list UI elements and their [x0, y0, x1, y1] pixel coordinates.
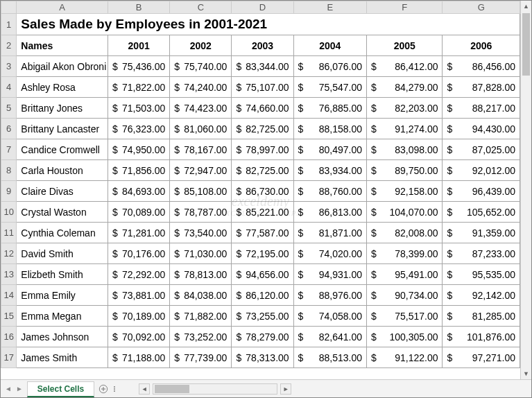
value-cell[interactable]: $71,188.00 — [108, 347, 170, 368]
row-header[interactable]: 6 — [1, 119, 17, 139]
row-header[interactable]: 1 — [1, 14, 17, 35]
value-cell[interactable]: $84,693.00 — [108, 181, 170, 202]
value-cell[interactable]: $70,189.00 — [108, 306, 170, 327]
value-cell[interactable]: $71,856.00 — [108, 160, 170, 181]
value-cell[interactable]: $88,158.00 — [293, 119, 366, 139]
value-cell[interactable]: $100,305.00 — [367, 327, 443, 347]
hscroll-left-button[interactable]: ◄ — [139, 383, 150, 395]
value-cell[interactable]: $75,436.00 — [108, 56, 170, 77]
value-cell[interactable]: $91,122.00 — [367, 347, 443, 368]
column-header-B[interactable]: B — [108, 1, 170, 14]
value-cell[interactable]: $91,274.00 — [367, 119, 443, 139]
header-year[interactable]: 2004 — [293, 35, 366, 56]
value-cell[interactable]: $85,108.00 — [170, 181, 232, 202]
value-cell[interactable]: $70,092.00 — [108, 327, 170, 347]
value-cell[interactable]: $78,279.00 — [232, 327, 293, 347]
value-cell[interactable]: $78,167.00 — [170, 139, 232, 160]
header-year[interactable]: 2002 — [170, 35, 232, 56]
value-cell[interactable]: $92,158.00 — [367, 181, 443, 202]
value-cell[interactable]: $86,730.00 — [232, 181, 293, 202]
value-cell[interactable]: $77,587.00 — [232, 223, 293, 243]
value-cell[interactable]: $72,292.00 — [108, 264, 170, 285]
value-cell[interactable]: $78,313.00 — [232, 347, 293, 368]
value-cell[interactable]: $74,020.00 — [293, 243, 366, 264]
name-cell[interactable]: Claire Divas — [17, 181, 108, 202]
name-cell[interactable]: Brittany Jones — [17, 98, 108, 119]
scroll-track[interactable] — [521, 12, 531, 368]
header-year[interactable]: 2006 — [443, 35, 520, 56]
name-cell[interactable]: Carla Houston — [17, 160, 108, 181]
row-header[interactable]: 11 — [1, 223, 17, 243]
value-cell[interactable]: $74,950.00 — [108, 139, 170, 160]
value-cell[interactable]: $74,058.00 — [293, 306, 366, 327]
value-cell[interactable]: $94,656.00 — [232, 264, 293, 285]
value-cell[interactable]: $90,734.00 — [367, 285, 443, 306]
value-cell[interactable]: $92,142.00 — [443, 285, 520, 306]
row-header[interactable]: 3 — [1, 56, 17, 77]
value-cell[interactable]: $84,038.00 — [170, 285, 232, 306]
value-cell[interactable]: $83,098.00 — [367, 139, 443, 160]
value-cell[interactable]: $72,947.00 — [170, 160, 232, 181]
name-cell[interactable]: Elizbeth Smith — [17, 264, 108, 285]
name-cell[interactable]: Abigail Akon Obroni — [17, 56, 108, 77]
name-cell[interactable]: David Smith — [17, 243, 108, 264]
value-cell[interactable]: $73,540.00 — [170, 223, 232, 243]
column-header-D[interactable]: D — [232, 1, 293, 14]
row-header[interactable]: 4 — [1, 77, 17, 98]
value-cell[interactable]: $80,497.00 — [293, 139, 366, 160]
value-cell[interactable]: $77,739.00 — [170, 347, 232, 368]
horizontal-scrollbar[interactable]: ◄ ► — [118, 380, 531, 397]
header-year[interactable]: 2003 — [232, 35, 293, 56]
value-cell[interactable]: $78,813.00 — [170, 264, 232, 285]
value-cell[interactable]: $101,876.00 — [443, 327, 520, 347]
value-cell[interactable]: $88,217.00 — [443, 98, 520, 119]
row-header[interactable]: 17 — [1, 347, 17, 368]
value-cell[interactable]: $78,997.00 — [232, 139, 293, 160]
value-cell[interactable]: $104,070.00 — [367, 202, 443, 223]
value-cell[interactable]: $73,252.00 — [170, 327, 232, 347]
value-cell[interactable]: $95,535.00 — [443, 264, 520, 285]
row-header[interactable]: 8 — [1, 160, 17, 181]
value-cell[interactable]: $81,871.00 — [293, 223, 366, 243]
value-cell[interactable]: $87,828.00 — [443, 77, 520, 98]
value-cell[interactable]: $73,881.00 — [108, 285, 170, 306]
column-header-C[interactable]: C — [170, 1, 232, 14]
name-cell[interactable]: Emma Emily — [17, 285, 108, 306]
scroll-up-button[interactable]: ▲ — [521, 1, 531, 12]
value-cell[interactable]: $71,503.00 — [108, 98, 170, 119]
value-cell[interactable]: $94,931.00 — [293, 264, 366, 285]
value-cell[interactable]: $71,822.00 — [108, 77, 170, 98]
row-header[interactable]: 10 — [1, 202, 17, 223]
value-cell[interactable]: $95,491.00 — [367, 264, 443, 285]
value-cell[interactable]: $71,281.00 — [108, 223, 170, 243]
value-cell[interactable]: $75,547.00 — [293, 77, 366, 98]
value-cell[interactable]: $89,750.00 — [367, 160, 443, 181]
value-cell[interactable]: $87,233.00 — [443, 243, 520, 264]
scroll-thumb[interactable] — [522, 13, 530, 76]
header-year[interactable]: 2001 — [108, 35, 170, 56]
value-cell[interactable]: $86,813.00 — [293, 202, 366, 223]
row-header[interactable]: 15 — [1, 306, 17, 327]
value-cell[interactable]: $81,060.00 — [170, 119, 232, 139]
value-cell[interactable]: $73,255.00 — [232, 306, 293, 327]
value-cell[interactable]: $78,787.00 — [170, 202, 232, 223]
tab-nav-prev-icon[interactable]: ◄ — [5, 385, 12, 392]
value-cell[interactable]: $105,652.00 — [443, 202, 520, 223]
value-cell[interactable]: $75,107.00 — [232, 77, 293, 98]
value-cell[interactable]: $83,344.00 — [232, 56, 293, 77]
row-header[interactable]: 13 — [1, 264, 17, 285]
column-header-G[interactable]: G — [443, 1, 520, 14]
value-cell[interactable]: $91,359.00 — [443, 223, 520, 243]
value-cell[interactable]: $86,120.00 — [232, 285, 293, 306]
value-cell[interactable]: $78,399.00 — [367, 243, 443, 264]
value-cell[interactable]: $86,456.00 — [443, 56, 520, 77]
value-cell[interactable]: $74,240.00 — [170, 77, 232, 98]
row-header[interactable]: 7 — [1, 139, 17, 160]
value-cell[interactable]: $86,076.00 — [293, 56, 366, 77]
value-cell[interactable]: $88,976.00 — [293, 285, 366, 306]
value-cell[interactable]: $71,030.00 — [170, 243, 232, 264]
header-names[interactable]: Names — [17, 35, 108, 56]
value-cell[interactable]: $88,513.00 — [293, 347, 366, 368]
value-cell[interactable]: $82,725.00 — [232, 160, 293, 181]
title-cell[interactable]: Sales Made by Employees in 2001-2021 — [17, 14, 520, 35]
